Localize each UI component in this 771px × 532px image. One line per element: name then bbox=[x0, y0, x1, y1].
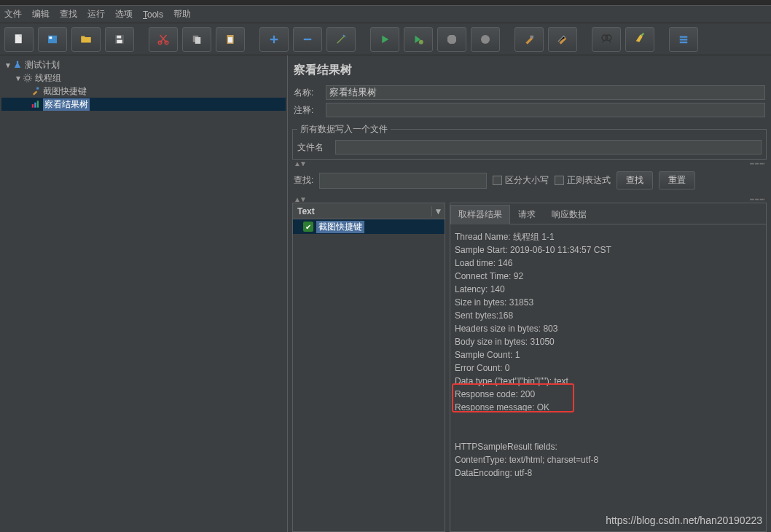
svg-point-17 bbox=[481, 35, 490, 44]
menu-options[interactable]: 选项 bbox=[115, 8, 133, 20]
comment-label: 注释: bbox=[294, 104, 323, 117]
open-button[interactable] bbox=[71, 27, 101, 52]
svg-rect-18 bbox=[531, 35, 534, 38]
panel-title: 察看结果树 bbox=[288, 55, 771, 84]
svg-point-20 bbox=[606, 35, 611, 41]
detail-line bbox=[455, 427, 762, 440]
name-input[interactable] bbox=[326, 85, 765, 100]
detail-line: Response message: OK bbox=[455, 401, 762, 414]
search-button[interactable] bbox=[592, 27, 621, 52]
wand-button[interactable] bbox=[326, 27, 356, 52]
menu-file[interactable]: 文件 bbox=[4, 8, 22, 20]
run-nogui-button[interactable] bbox=[404, 27, 433, 52]
results-column-text[interactable]: Text bbox=[293, 206, 431, 216]
menu-tools[interactable]: Tools bbox=[143, 9, 163, 20]
toolbar bbox=[0, 23, 771, 55]
fn-button[interactable] bbox=[669, 27, 698, 52]
svg-rect-6 bbox=[117, 39, 122, 43]
clear-button[interactable] bbox=[514, 27, 544, 52]
reset-button[interactable]: 重置 bbox=[659, 171, 695, 189]
menu-run[interactable]: 运行 bbox=[87, 8, 105, 20]
detail-line: Error Count: 0 bbox=[455, 361, 762, 375]
result-detail: 取样器结果 请求 响应数据 Thread Name: 线程组 1-1 Sampl… bbox=[450, 203, 767, 532]
svg-marker-16 bbox=[447, 35, 456, 44]
cut-button[interactable] bbox=[149, 27, 178, 52]
templates-button[interactable] bbox=[38, 27, 67, 52]
tree-test-plan[interactable]: ▼ 测试计划 bbox=[1, 58, 286, 71]
svg-point-24 bbox=[26, 76, 30, 80]
tree-label: 截图快捷键 bbox=[43, 85, 87, 98]
watermark: https://blog.csdn.net/han20190223 bbox=[606, 515, 762, 526]
tree-label: 测试计划 bbox=[25, 59, 60, 71]
name-label: 名称: bbox=[294, 87, 323, 99]
tree-panel: ▼ 测试计划 ▼ 线程组 截图快捷键 察看结果树 ⁞⁞ bbox=[0, 55, 288, 532]
svg-point-25 bbox=[24, 74, 32, 82]
comment-input[interactable] bbox=[326, 103, 765, 117]
clear-all-button[interactable] bbox=[548, 27, 577, 52]
write-file-legend: 所有数据写入一个文件 bbox=[297, 123, 391, 136]
detail-line: Latency: 140 bbox=[455, 283, 762, 296]
detail-line: Sample Count: 1 bbox=[455, 348, 762, 361]
broom-button[interactable] bbox=[625, 27, 654, 52]
svg-rect-22 bbox=[680, 39, 688, 40]
filename-input[interactable] bbox=[335, 140, 762, 154]
filename-label: 文件名 bbox=[297, 141, 332, 154]
svg-rect-3 bbox=[50, 36, 52, 39]
svg-rect-26 bbox=[36, 87, 39, 90]
save-button[interactable] bbox=[105, 27, 134, 52]
results-dropdown[interactable]: ▼ bbox=[431, 206, 445, 216]
svg-rect-29 bbox=[37, 101, 39, 107]
results-icon bbox=[31, 99, 41, 109]
tree-thread-group[interactable]: ▼ 线程组 bbox=[1, 71, 286, 85]
detail-line: Thread Name: 线程组 1-1 bbox=[455, 230, 762, 243]
detail-line: Sample Start: 2019-06-10 11:34:57 CST bbox=[455, 243, 762, 257]
menu-help[interactable]: 帮助 bbox=[173, 8, 191, 20]
svg-marker-13 bbox=[382, 35, 388, 43]
result-row[interactable]: ✔ 截图快捷键 bbox=[293, 219, 445, 234]
tab-response-data[interactable]: 响应数据 bbox=[544, 205, 595, 224]
detail-text[interactable]: Thread Name: 线程组 1-1 Sample Start: 2019-… bbox=[450, 224, 766, 531]
pipette-icon bbox=[31, 86, 41, 96]
tree-label: 线程组 bbox=[35, 72, 61, 85]
svg-rect-27 bbox=[32, 104, 34, 108]
detail-line: Connect Time: 92 bbox=[455, 270, 762, 283]
results-list: Text ▼ ✔ 截图快捷键 bbox=[292, 203, 445, 532]
stop-button[interactable] bbox=[437, 27, 466, 52]
detail-line: Load time: 146 bbox=[455, 257, 762, 270]
search-label: 查找: bbox=[294, 174, 313, 187]
paste-button[interactable] bbox=[216, 27, 245, 52]
detail-line: HTTPSampleResult fields: bbox=[455, 440, 762, 453]
detail-line: Response code: 200 bbox=[455, 388, 762, 401]
regex-checkbox[interactable]: 正则表达式 bbox=[555, 174, 611, 187]
add-button[interactable] bbox=[259, 27, 289, 52]
success-icon: ✔ bbox=[303, 222, 313, 232]
expand-icon[interactable]: ▼ bbox=[15, 74, 20, 82]
menu-edit[interactable]: 编辑 bbox=[32, 8, 50, 20]
svg-rect-23 bbox=[680, 42, 688, 43]
svg-rect-5 bbox=[117, 35, 121, 38]
tree-screenshot-sampler[interactable]: 截图快捷键 bbox=[1, 85, 286, 98]
tab-request[interactable]: 请求 bbox=[510, 205, 544, 224]
svg-rect-28 bbox=[34, 103, 36, 108]
tree-view-results[interactable]: 察看结果树 bbox=[1, 98, 286, 111]
gear-icon bbox=[23, 73, 33, 83]
svg-rect-10 bbox=[195, 37, 201, 44]
svg-rect-21 bbox=[680, 36, 688, 37]
menu-search[interactable]: 查找 bbox=[60, 8, 77, 20]
expand-icon[interactable]: ▼ bbox=[4, 61, 10, 69]
remove-button[interactable] bbox=[293, 27, 322, 52]
chk-label: 区分大小写 bbox=[505, 174, 549, 187]
search-input[interactable] bbox=[319, 173, 487, 189]
run-button[interactable] bbox=[370, 27, 399, 52]
search-button[interactable]: 查找 bbox=[617, 171, 653, 189]
tab-sampler-result[interactable]: 取样器结果 bbox=[450, 205, 510, 224]
copy-button[interactable] bbox=[182, 27, 211, 52]
case-sensitive-checkbox[interactable]: 区分大小写 bbox=[493, 174, 549, 187]
horizontal-splitter-2[interactable]: ▲▼┉┉┉ bbox=[288, 195, 771, 203]
result-label: 截图快捷键 bbox=[316, 221, 364, 233]
new-button[interactable] bbox=[4, 27, 34, 52]
flask-icon bbox=[12, 60, 23, 70]
svg-point-15 bbox=[419, 39, 423, 44]
shutdown-button[interactable] bbox=[471, 27, 500, 52]
horizontal-splitter[interactable]: ▲▼┉┉┉ bbox=[288, 160, 771, 167]
